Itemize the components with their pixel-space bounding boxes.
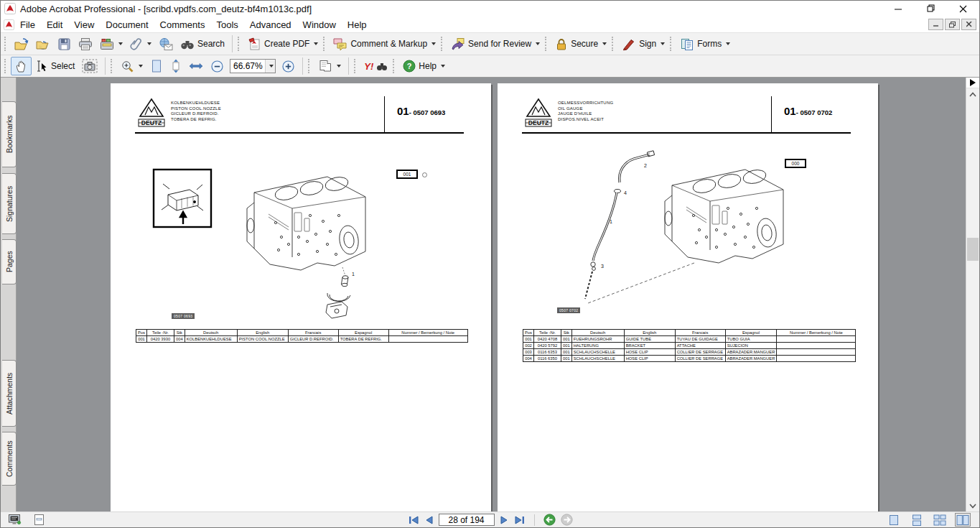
mdi-close-button[interactable]: [961, 19, 976, 30]
toolbar-grip[interactable]: [612, 37, 615, 51]
open-button[interactable]: [11, 34, 32, 53]
title-fr: GICLEUR D.REFROID.: [171, 111, 221, 117]
menu-advanced[interactable]: Advanced: [244, 18, 297, 32]
zoom-level-input[interactable]: [230, 60, 265, 73]
next-view-button[interactable]: [561, 514, 573, 526]
page-display-button[interactable]: [314, 57, 345, 75]
toolbar-grip[interactable]: [111, 59, 114, 73]
chevron-down-icon: [969, 504, 976, 509]
toolbar-grip[interactable]: [441, 37, 444, 51]
toolbar-grip[interactable]: [354, 59, 358, 73]
toolbar-grip[interactable]: [308, 59, 312, 73]
title-en: PISTON COOL.NOZZLE: [171, 106, 221, 112]
toolbar-separator: [105, 57, 106, 75]
piston-nozzle-diagram: 1: [150, 162, 387, 320]
first-page-button[interactable]: [408, 515, 419, 525]
page-header: DEUTZ OELMESSVORRICHTUNG OIL GAUGE JAUGE…: [522, 96, 852, 132]
comment-markup-button[interactable]: Comment & Markup: [330, 34, 439, 53]
last-page-button[interactable]: [514, 515, 526, 525]
page-view-options-icon[interactable]: [33, 514, 45, 526]
previous-page-button[interactable]: [424, 515, 434, 525]
zoom-in-tool-icon: [121, 60, 134, 73]
comment-markup-label: Comment & Markup: [350, 39, 427, 49]
zoom-level-dropdown-button[interactable]: [265, 60, 275, 73]
menu-file[interactable]: File: [14, 18, 41, 32]
facing-pages-button[interactable]: [955, 513, 971, 527]
zoom-out-button[interactable]: [207, 57, 228, 75]
scroll-up-button[interactable]: [966, 88, 979, 100]
zoom-in-button[interactable]: [278, 57, 299, 75]
menu-help[interactable]: Help: [342, 18, 373, 32]
fit-page-button[interactable]: [146, 57, 167, 75]
page-indicator-box: [439, 514, 495, 526]
continuous-button[interactable]: [909, 513, 925, 527]
menu-window[interactable]: Window: [297, 18, 342, 32]
tab-comments[interactable]: Comments: [2, 432, 17, 486]
deutz-logo: DEUTZ: [136, 98, 167, 131]
scroll-down-button[interactable]: [966, 500, 979, 511]
close-button[interactable]: [947, 1, 979, 17]
column-header: Espagnol: [338, 330, 388, 336]
restore-button[interactable]: [915, 1, 947, 17]
scrollbar-thumb[interactable]: [967, 238, 979, 261]
menu-comments[interactable]: Comments: [154, 18, 211, 32]
next-page-button[interactable]: [500, 515, 509, 525]
navigation-tab-strip: BookmarksSignaturesPagesAttachmentsComme…: [1, 78, 17, 511]
tab-pages[interactable]: Pages: [2, 239, 17, 284]
screen-mode-icon[interactable]: [8, 514, 22, 526]
toolbar-grip[interactable]: [4, 59, 8, 73]
mdi-minimize-button[interactable]: [928, 19, 943, 30]
sign-button[interactable]: Sign: [618, 34, 668, 53]
yahoo-search-button[interactable]: Y!: [360, 57, 391, 75]
table-cell: 001: [561, 349, 572, 356]
fit-height-button[interactable]: [167, 57, 185, 75]
toolbar-grip[interactable]: [323, 37, 327, 51]
continuous-facing-button[interactable]: [932, 513, 948, 527]
menu-document[interactable]: Document: [100, 18, 154, 32]
page-number-input[interactable]: [439, 514, 494, 525]
attach-button[interactable]: [126, 34, 155, 53]
open-web-button[interactable]: [32, 34, 54, 53]
help-button[interactable]: ? Help: [399, 57, 449, 75]
save-button[interactable]: [54, 34, 75, 53]
fit-width-button[interactable]: [185, 57, 207, 75]
toolbar-grip[interactable]: [238, 37, 241, 51]
previous-view-button[interactable]: [543, 514, 556, 526]
tab-attachments[interactable]: Attachments: [2, 360, 17, 427]
email-icon: [159, 37, 173, 51]
email-button[interactable]: [155, 34, 177, 53]
forms-button[interactable]: Forms: [676, 34, 734, 53]
toolbar-grip[interactable]: [670, 37, 673, 51]
hand-tool-button[interactable]: [11, 57, 32, 75]
table-cell: KOLBENKUEHLDUESE: [185, 336, 237, 343]
tab-signatures[interactable]: Signatures: [2, 173, 17, 234]
zoom-tool-button[interactable]: [117, 57, 146, 75]
menu-view[interactable]: View: [68, 18, 100, 32]
snapshot-button[interactable]: [78, 57, 101, 75]
secure-button[interactable]: Secure: [551, 34, 610, 53]
facing-pages-icon: [956, 514, 969, 526]
mdi-restore-button[interactable]: [945, 19, 960, 30]
table-cell: SCHLAUCHSCHELLE: [571, 349, 624, 356]
pane-toggle-button[interactable]: [966, 78, 979, 88]
organizer-button[interactable]: [96, 34, 126, 53]
send-review-button[interactable]: Send for Review: [447, 34, 543, 53]
single-page-icon: [889, 514, 899, 526]
tab-bookmarks[interactable]: Bookmarks: [2, 101, 17, 167]
toolbar-grip[interactable]: [4, 37, 8, 51]
create-pdf-button[interactable]: Create PDF: [244, 34, 322, 53]
menu-tools[interactable]: Tools: [210, 18, 243, 32]
zoom-level-combo: [230, 59, 276, 73]
mdi-close-icon: [966, 22, 972, 27]
minimize-button[interactable]: [882, 1, 915, 17]
toolbar-grip[interactable]: [393, 59, 396, 73]
print-button[interactable]: [75, 34, 96, 53]
last-page-icon: [514, 515, 526, 525]
toolbar-grip[interactable]: [545, 37, 549, 51]
table-cell: HALTERUNG: [571, 343, 624, 349]
select-tool-button[interactable]: Select: [32, 57, 78, 75]
table-cell: [777, 349, 856, 356]
search-button[interactable]: Search: [177, 34, 228, 53]
single-page-button[interactable]: [886, 513, 902, 527]
menu-edit[interactable]: Edit: [41, 18, 68, 32]
